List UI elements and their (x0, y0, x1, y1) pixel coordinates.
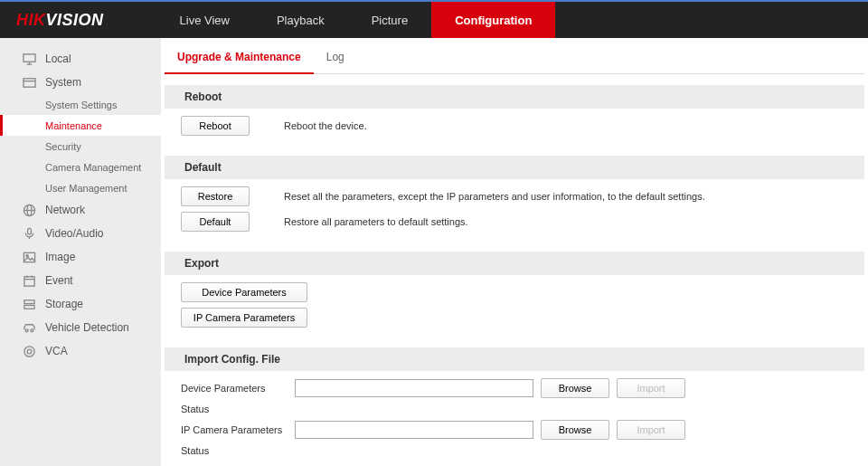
svg-rect-17 (24, 305, 33, 309)
side-vehicle[interactable]: Vehicle Detection (0, 316, 161, 339)
side-event[interactable]: Event (0, 269, 161, 292)
section-export-head: Export (165, 252, 864, 275)
side-storage[interactable]: Storage (0, 292, 161, 316)
side-user-management[interactable]: User Management (0, 177, 161, 198)
nav-playback[interactable]: Playback (253, 2, 348, 38)
side-vca[interactable]: VCA (0, 339, 161, 363)
svg-point-19 (30, 328, 33, 331)
default-button[interactable]: Default (181, 212, 250, 232)
import-device-browse-button[interactable]: Browse (541, 378, 609, 398)
side-label: System (45, 76, 81, 89)
side-label: Storage (45, 298, 83, 310)
section-import-head: Import Config. File (165, 347, 864, 371)
import-ipcam-params-label: IP Camera Parameters (181, 424, 295, 435)
side-label: VCA (45, 345, 68, 357)
side-label: Network (45, 204, 85, 216)
top-bar: HIKVISION Live View Playback Picture Con… (0, 0, 868, 38)
import-ipcam-browse-button[interactable]: Browse (541, 420, 609, 440)
import-ipcam-import-button[interactable]: Import (617, 420, 685, 440)
storage-icon (22, 297, 36, 311)
sub-tabs: Upgrade & Maintenance Log (165, 43, 864, 74)
side-label: Vehicle Detection (45, 321, 129, 334)
side-label: Video/Audio (45, 227, 104, 240)
reboot-desc: Reboot the device. (284, 120, 367, 131)
system-icon (22, 75, 36, 90)
default-desc: Restore all parameters to default settin… (284, 216, 468, 227)
side-label: Image (45, 251, 75, 263)
nav-picture[interactable]: Picture (348, 2, 431, 38)
export-device-params-button[interactable]: Device Parameters (181, 282, 307, 302)
svg-rect-12 (24, 276, 33, 285)
side-maintenance[interactable]: Maintenance (0, 115, 161, 136)
calendar-icon (22, 273, 36, 288)
car-icon (22, 320, 36, 335)
svg-rect-10 (24, 252, 34, 262)
sidebar: Local System System Settings Maintenance… (0, 38, 161, 466)
nav-live-view[interactable]: Live View (156, 2, 253, 38)
side-camera-management[interactable]: Camera Management (0, 157, 161, 177)
side-security[interactable]: Security (0, 136, 161, 157)
section-reboot-head: Reboot (165, 85, 864, 109)
image-icon (22, 250, 36, 264)
globe-icon (22, 203, 36, 217)
top-nav: Live View Playback Picture Configuration (156, 2, 556, 38)
restore-button[interactable]: Restore (181, 186, 250, 206)
brand-logo: HIKVISION (0, 11, 120, 30)
side-image[interactable]: Image (0, 245, 161, 269)
svg-point-20 (24, 346, 33, 356)
subtab-upgrade-maintenance[interactable]: Upgrade & Maintenance (165, 43, 314, 74)
nav-configuration[interactable]: Configuration (431, 2, 555, 38)
vca-icon (22, 344, 36, 358)
restore-desc: Reset all the parameters, except the IP … (284, 191, 705, 202)
svg-rect-3 (23, 78, 34, 86)
side-system[interactable]: System (0, 71, 161, 94)
import-device-status-label: Status (181, 404, 295, 414)
svg-point-18 (25, 328, 28, 331)
svg-point-11 (26, 254, 28, 256)
svg-point-21 (27, 349, 32, 354)
subtab-log[interactable]: Log (314, 43, 357, 73)
import-ipcam-params-input[interactable] (295, 421, 533, 439)
monitor-icon (22, 52, 36, 66)
content-area: Upgrade & Maintenance Log Reboot Reboot … (161, 38, 868, 466)
side-system-settings[interactable]: System Settings (0, 94, 161, 115)
export-ipcam-params-button[interactable]: IP Camera Parameters (181, 308, 307, 328)
side-video-audio[interactable]: Video/Audio (0, 222, 161, 245)
reboot-button[interactable]: Reboot (181, 116, 250, 136)
import-ipcam-status-label: Status (181, 445, 295, 456)
import-device-import-button[interactable]: Import (617, 378, 685, 398)
side-label: Event (45, 274, 73, 287)
side-network[interactable]: Network (0, 198, 161, 222)
side-local[interactable]: Local (0, 47, 161, 71)
import-device-params-label: Device Parameters (181, 383, 295, 394)
side-label: Local (45, 52, 71, 65)
svg-rect-16 (24, 300, 33, 303)
svg-rect-8 (27, 228, 31, 234)
import-device-params-input[interactable] (295, 379, 533, 397)
section-default-head: Default (165, 156, 864, 179)
svg-rect-0 (23, 53, 34, 61)
mic-icon (22, 226, 36, 241)
